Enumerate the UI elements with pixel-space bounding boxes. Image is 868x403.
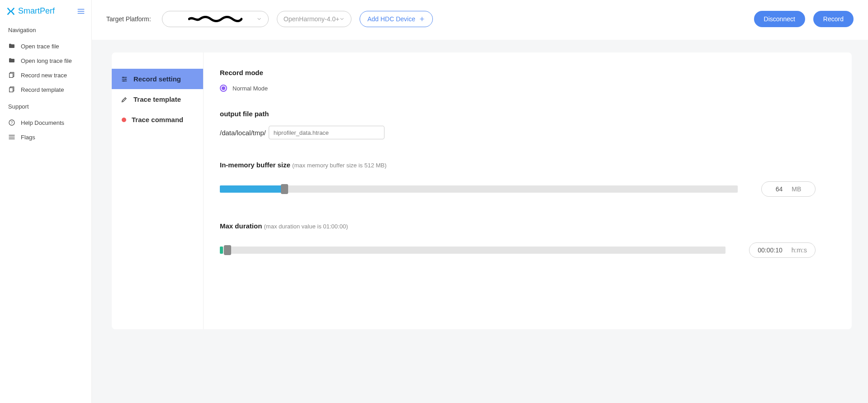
record-mode-option-label: Normal Mode — [232, 85, 268, 92]
lines-icon — [8, 133, 15, 141]
config-tab-record-setting[interactable]: Record setting — [112, 69, 203, 89]
app-name: SmartPerf — [18, 6, 55, 16]
buffer-title: In-memory buffer size (max memory buffer… — [220, 161, 816, 169]
config-body: Record mode Normal Mode output file path… — [204, 52, 852, 329]
nav-item-label: Flags — [21, 134, 35, 141]
nav-item-label: Record template — [21, 86, 64, 93]
nav-record-template[interactable]: Record template — [0, 82, 91, 97]
svg-text:?: ? — [11, 120, 13, 125]
config-tab-label: Trace template — [133, 95, 181, 103]
duration-value: 00:00:10 — [758, 247, 783, 254]
plus-icon — [419, 16, 425, 22]
nav-flags[interactable]: Flags — [0, 130, 91, 144]
hamburger-icon[interactable] — [77, 7, 85, 15]
config-nav: Record setting Trace template Trace comm… — [112, 52, 204, 329]
help-icon: ? — [8, 119, 15, 126]
folder-icon — [8, 43, 15, 50]
output-path-input[interactable] — [269, 126, 384, 139]
duration-value-pill[interactable]: 00:00:10 h:m:s — [749, 242, 816, 258]
svg-rect-1 — [9, 73, 13, 77]
sliders-icon — [121, 76, 128, 83]
radio-selected-icon — [220, 85, 227, 92]
nav-section-title: Navigation — [0, 20, 91, 39]
device-select[interactable] — [162, 11, 269, 27]
support-section-title: Support — [0, 97, 91, 115]
buffer-unit: MB — [792, 185, 801, 193]
buffer-hint: (max memory buffer size is 512 MB) — [292, 162, 387, 169]
nav-record-new-trace[interactable]: Record new trace — [0, 68, 91, 82]
app-logo[interactable]: SmartPerf — [6, 6, 55, 16]
topbar: Target Platform: OpenHarmony-4.0+ Add HD… — [92, 0, 868, 40]
nav-help-documents[interactable]: ? Help Documents — [0, 115, 91, 130]
sidebar: SmartPerf Navigation Open trace file Ope… — [0, 0, 92, 403]
nav-open-long-trace[interactable]: Open long trace file — [0, 53, 91, 68]
duration-unit: h:m:s — [792, 247, 807, 254]
svg-point-7 — [125, 78, 126, 80]
config-tab-label: Trace command — [132, 116, 183, 123]
svg-point-8 — [123, 80, 124, 81]
config-tab-label: Record setting — [133, 75, 181, 83]
output-path-prefix: /data/local/tmp/ — [220, 129, 266, 137]
config-tab-trace-template[interactable]: Trace template — [112, 89, 203, 109]
chevron-down-icon — [256, 16, 262, 22]
version-select[interactable]: OpenHarmony-4.0+ — [277, 11, 351, 27]
buffer-slider[interactable] — [220, 185, 738, 193]
nav-item-label: Record new trace — [21, 72, 67, 79]
output-path-title: output file path — [220, 110, 816, 118]
logo-icon — [6, 7, 15, 16]
nav-open-trace[interactable]: Open trace file — [0, 39, 91, 53]
duration-slider-fill — [220, 247, 223, 254]
record-mode-title: Record mode — [220, 69, 816, 76]
svg-point-6 — [123, 76, 124, 78]
svg-rect-3 — [9, 88, 13, 92]
copy-icon — [8, 71, 15, 79]
chevron-down-icon — [339, 16, 345, 22]
nav-item-label: Open long trace file — [21, 57, 72, 64]
duration-title: Max duration (max duration value is 01:0… — [220, 222, 816, 230]
nav-item-label: Open trace file — [21, 43, 59, 50]
duration-hint: (max duration value is 01:00:00) — [264, 223, 348, 230]
folder-icon — [8, 57, 15, 64]
buffer-slider-fill — [220, 185, 285, 193]
buffer-slider-thumb[interactable] — [281, 184, 288, 194]
duration-slider-thumb[interactable] — [224, 245, 231, 255]
main: Target Platform: OpenHarmony-4.0+ Add HD… — [92, 0, 868, 403]
nav-item-label: Help Documents — [21, 119, 64, 126]
add-hdc-device-button[interactable]: Add HDC Device — [360, 11, 433, 27]
target-platform-label: Target Platform: — [106, 15, 151, 23]
device-value-redacted — [188, 16, 242, 22]
record-button[interactable]: Record — [813, 11, 854, 27]
disconnect-button[interactable]: Disconnect — [754, 11, 805, 27]
buffer-value: 64 — [776, 185, 783, 193]
duration-slider[interactable] — [220, 247, 726, 254]
version-value: OpenHarmony-4.0+ — [284, 15, 339, 23]
copy-icon — [8, 86, 15, 93]
edit-icon — [121, 96, 128, 103]
config-tab-trace-command[interactable]: Trace command — [112, 109, 203, 130]
record-card: Record setting Trace template Trace comm… — [112, 52, 852, 329]
add-hdc-label: Add HDC Device — [367, 15, 415, 23]
buffer-value-pill[interactable]: 64 MB — [761, 181, 816, 197]
record-mode-option[interactable]: Normal Mode — [220, 85, 816, 92]
record-dot-icon — [122, 118, 126, 122]
